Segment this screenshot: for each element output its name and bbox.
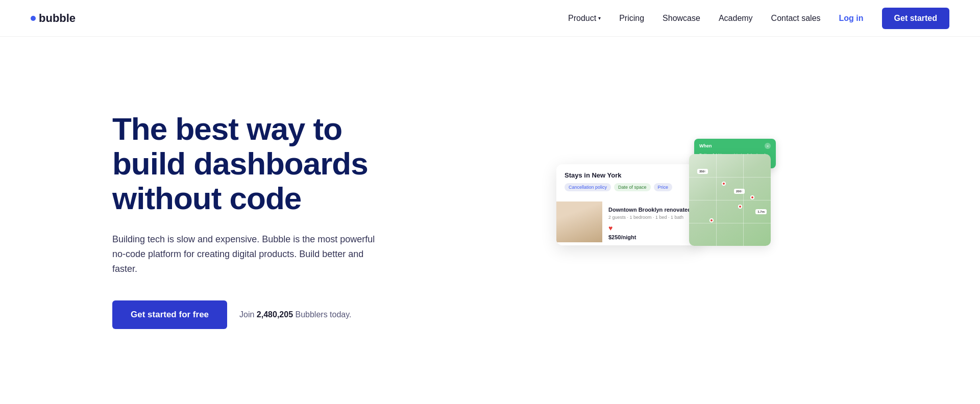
hero-mockup: When × Button Add to your trip is clicke… [556, 144, 771, 297]
logo[interactable]: bubble [31, 12, 76, 25]
card-header: Stays in New York Cancellation policy Da… [556, 164, 699, 201]
nav-links: Product ▾ Pricing Showcase Academy Conta… [568, 8, 949, 29]
card-title: Stays in New York [565, 171, 691, 179]
tag-price: Price [654, 183, 673, 191]
listing-info: Downtown Brooklyn renovated 2 guests · 1… [602, 201, 699, 245]
map-pin [750, 195, 754, 199]
map-grid: 350↑ 200↑ 1.7m [689, 154, 771, 246]
map-label: 350↑ [697, 169, 708, 174]
map-pin [722, 182, 726, 186]
map-line [689, 177, 771, 178]
listing-price: $250/night [608, 234, 693, 240]
nav-item-pricing[interactable]: Pricing [619, 14, 644, 23]
nav-academy-label: Academy [719, 14, 753, 23]
get-started-button[interactable]: Get started [882, 8, 949, 29]
listing-image [556, 201, 602, 242]
listing-name: Downtown Brooklyn renovated [608, 207, 693, 213]
hero-subtitle: Building tech is slow and expensive. Bub… [112, 232, 378, 276]
logo-dot [31, 16, 36, 21]
hero-actions: Get started for free Join 2,480,205 Bubb… [112, 300, 419, 329]
map-pin [738, 205, 742, 209]
nav-contact-label: Contact sales [771, 14, 821, 23]
workflow-title: When [699, 143, 712, 148]
listing-card: Stays in New York Cancellation policy Da… [556, 164, 699, 245]
hero-title: The best way to build dashboards without… [112, 112, 419, 216]
close-icon: × [765, 143, 771, 149]
map-card: 350↑ 200↑ 1.7m [689, 154, 771, 246]
nav-item-showcase[interactable]: Showcase [663, 14, 700, 23]
hero-section: The best way to build dashboards without… [0, 37, 980, 404]
map-line [716, 154, 717, 246]
map-pin [709, 218, 714, 222]
chevron-down-icon: ▾ [598, 15, 601, 21]
nav-product-label: Product [568, 14, 596, 23]
map-line [689, 200, 771, 200]
nav-item-contact-sales[interactable]: Contact sales [771, 14, 821, 23]
map-label: 1.7m [755, 209, 767, 214]
hero-join-text: Join 2,480,205 Bubblers today. [239, 310, 351, 319]
nav-item-academy[interactable]: Academy [719, 14, 753, 23]
login-label: Log in [839, 14, 864, 22]
nav-pricing-label: Pricing [619, 14, 644, 23]
login-link[interactable]: Log in [839, 14, 864, 23]
card-body: Downtown Brooklyn renovated 2 guests · 1… [556, 201, 699, 245]
tag-cancellation: Cancellation policy [565, 183, 611, 191]
tag-date: Date of space [614, 183, 651, 191]
map-line [743, 154, 744, 246]
nav-item-product[interactable]: Product ▾ [568, 14, 601, 23]
map-line [689, 223, 771, 223]
map-label: 200↑ [734, 189, 745, 194]
nav-showcase-label: Showcase [663, 14, 700, 23]
listing-details: 2 guests · 1 bedroom · 1 bed · 1 bath [608, 215, 693, 220]
hero-cta-button[interactable]: Get started for free [112, 300, 227, 329]
hero-content: The best way to build dashboards without… [112, 112, 419, 330]
bubblers-count: 2,480,205 [257, 310, 293, 319]
navbar: bubble Product ▾ Pricing Showcase Academ… [0, 0, 980, 37]
hero-visual: When × Button Add to your trip is clicke… [459, 144, 868, 297]
heart-icon: ♥ [608, 224, 693, 232]
workflow-header: When × [699, 143, 771, 149]
card-tags: Cancellation policy Date of space Price [565, 183, 691, 191]
logo-text: bubble [39, 12, 76, 25]
